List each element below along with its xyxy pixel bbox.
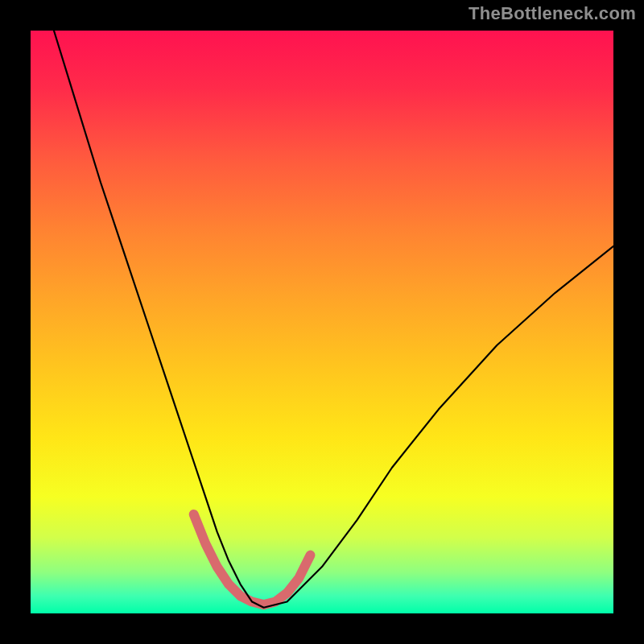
accent-right-path bbox=[264, 555, 311, 605]
curve-svg bbox=[31, 31, 613, 613]
watermark-text: TheBottleneck.com bbox=[469, 3, 636, 24]
chart-stage: TheBottleneck.com bbox=[0, 0, 644, 644]
plot-area bbox=[31, 31, 613, 613]
bottleneck-curve-path bbox=[54, 31, 613, 608]
